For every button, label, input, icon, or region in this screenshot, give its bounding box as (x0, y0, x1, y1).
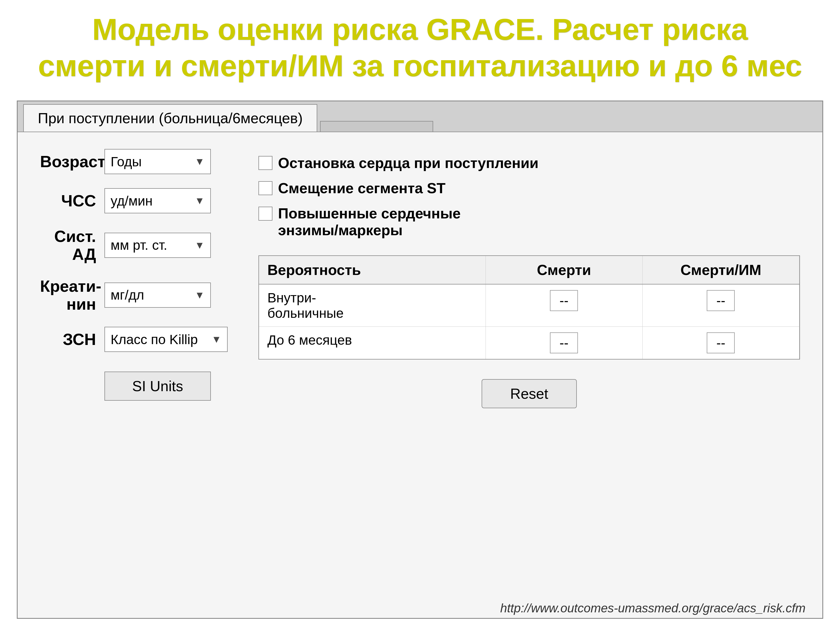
page: Модель оценки риска GRACE. Расчет риска … (0, 0, 840, 630)
systolic-bp-unit: мм рт. ст. (111, 237, 192, 253)
row-6months: До 6 месяцев -- -- (259, 327, 799, 359)
systolic-bp-row: Сист. АД мм рт. ст. ▼ (40, 227, 236, 263)
heart-rate-dropdown-icon: ▼ (194, 195, 205, 207)
elevated-enzymes-row: Повышенные сердечные энзимы/маркеры (259, 205, 800, 238)
st-deviation-checkbox[interactable] (259, 181, 272, 195)
cardiac-arrest-checkbox[interactable] (259, 156, 272, 170)
heart-rate-unit: уд/мин (111, 193, 192, 208)
right-panel: Остановка сердца при поступлении Смещени… (259, 149, 800, 579)
systolic-bp-select[interactable]: мм рт. ст. ▼ (104, 233, 211, 258)
chf-row: ЗСН Класс по Killip ▼ (40, 327, 236, 352)
row1-death-mi-value: -- (707, 290, 735, 311)
age-dropdown-icon: ▼ (194, 156, 205, 167)
main-content: Возраст Годы ▼ ЧСС уд/мин ▼ Сист. (17, 132, 823, 595)
chf-label: ЗСН (40, 330, 96, 348)
tabs-row: При поступлении (больница/6месяцев) (17, 101, 823, 132)
reset-btn-container: Reset (259, 379, 800, 408)
heart-rate-select[interactable]: уд/мин ▼ (104, 188, 211, 213)
st-deviation-label: Смещение сегмента ST (278, 180, 445, 197)
col-death-mi: Смерти/ИМ (643, 256, 799, 284)
creatinine-label: Креати- нин (40, 277, 96, 313)
results-table: Вероятность Смерти Смерти/ИМ Внутри- бол… (259, 255, 800, 360)
row2-death: -- (486, 327, 643, 359)
page-title: Модель оценки риска GRACE. Расчет риска … (17, 11, 823, 84)
age-unit: Годы (111, 154, 192, 169)
chf-select[interactable]: Класс по Killip ▼ (104, 327, 227, 352)
content-box: При поступлении (больница/6месяцев) Возр… (17, 101, 823, 619)
systolic-bp-label: Сист. АД (40, 227, 96, 263)
creatinine-unit: мг/дл (111, 287, 192, 303)
row1-death-mi: -- (643, 284, 799, 327)
si-units-button[interactable]: SI Units (104, 371, 211, 401)
age-select[interactable]: Годы ▼ (104, 149, 211, 174)
creatinine-select[interactable]: мг/дл ▼ (104, 283, 211, 308)
checkbox-section: Остановка сердца при поступлении Смещени… (259, 155, 800, 238)
left-panel: Возраст Годы ▼ ЧСС уд/мин ▼ Сист. (40, 149, 236, 579)
row2-death-mi: -- (643, 327, 799, 359)
cardiac-arrest-row: Остановка сердца при поступлении (259, 155, 800, 171)
tab-secondary[interactable] (320, 121, 433, 132)
elevated-enzymes-checkbox[interactable] (259, 207, 272, 221)
creatinine-dropdown-icon: ▼ (194, 289, 205, 301)
heart-rate-label: ЧСС (40, 192, 96, 210)
row1-label: Внутри- больничные (259, 284, 486, 327)
row-inhospital: Внутри- больничные -- -- (259, 284, 799, 327)
row1-death: -- (486, 284, 643, 327)
row1-death-value: -- (550, 290, 578, 311)
row2-death-value: -- (550, 332, 578, 354)
chf-unit: Класс по Killip (111, 332, 208, 347)
row2-label: До 6 месяцев (259, 327, 486, 359)
footer: http://www.outcomes-umassmed.org/grace/a… (17, 595, 823, 618)
col-death: Смерти (486, 256, 643, 284)
col-probability: Вероятность (259, 256, 486, 284)
results-header: Вероятность Смерти Смерти/ИМ (259, 256, 799, 284)
row2-death-mi-value: -- (707, 332, 735, 354)
age-label: Возраст (40, 153, 96, 171)
systolic-bp-dropdown-icon: ▼ (194, 239, 205, 251)
chf-dropdown-icon: ▼ (212, 333, 221, 345)
heart-rate-row: ЧСС уд/мин ▼ (40, 188, 236, 213)
creatinine-row: Креати- нин мг/дл ▼ (40, 277, 236, 313)
st-deviation-row: Смещение сегмента ST (259, 180, 800, 197)
tab-admission[interactable]: При поступлении (больница/6месяцев) (23, 104, 317, 132)
age-row: Возраст Годы ▼ (40, 149, 236, 174)
elevated-enzymes-label: Повышенные сердечные энзимы/маркеры (278, 205, 461, 238)
reset-button[interactable]: Reset (482, 379, 577, 408)
cardiac-arrest-label: Остановка сердца при поступлении (278, 155, 538, 171)
